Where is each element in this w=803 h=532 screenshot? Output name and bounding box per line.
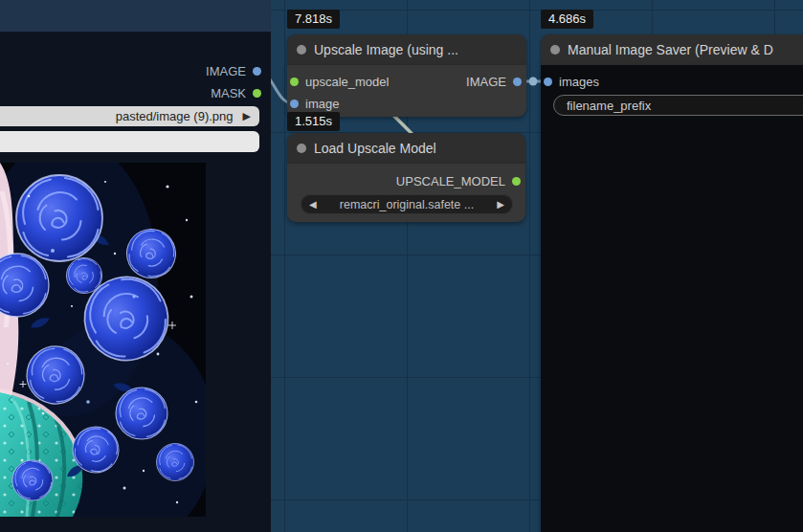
saver-timing-badge: 4.686s	[541, 10, 593, 29]
upscale-image-output-dot[interactable]	[513, 78, 522, 86]
image-input-slot[interactable]: image	[290, 95, 339, 112]
manual-image-saver-node-header[interactable]: Manual Image Saver (Preview & D	[541, 34, 803, 65]
manual-image-saver-node-body: images filename_prefix	[541, 65, 803, 532]
load-upscale-model-node[interactable]: Load Upscale Model UPSCALE_MODEL ◀ remac…	[287, 133, 525, 222]
upscale-model-output-dot[interactable]	[512, 177, 521, 186]
combo-next-icon[interactable]: ▶	[497, 200, 504, 210]
load-upscale-model-node-title: Load Upscale Model	[314, 141, 436, 156]
filename-prefix-label: filename_prefix	[567, 99, 651, 113]
image-filename-widget[interactable]: pasted/image (9).png ▶	[0, 106, 259, 126]
load-image-node-header[interactable]	[0, 0, 271, 33]
image-output-slot[interactable]: IMAGE	[206, 62, 261, 79]
filename-prefix-widget[interactable]: filename_prefix	[553, 95, 803, 116]
upscale-image-node-header[interactable]: Upscale Image (using ...	[287, 34, 526, 65]
image-preview	[0, 163, 206, 517]
load-upscale-model-node-body: UPSCALE_MODEL ◀ remacri_original.safete …	[287, 164, 525, 222]
mask-output-slot[interactable]: MASK	[211, 84, 261, 101]
upload-image-widget[interactable]	[0, 131, 259, 152]
image-output-label: IMAGE	[206, 64, 246, 78]
upscale-model-input-label: upscale_model	[305, 75, 389, 89]
upscale-model-input-dot[interactable]	[290, 78, 299, 86]
manual-image-saver-node[interactable]: Manual Image Saver (Preview & D images f…	[541, 34, 803, 532]
upscale-image-node-title: Upscale Image (using ...	[314, 42, 458, 57]
upscale-image-output-label: IMAGE	[466, 75, 506, 89]
image-filename-value: pasted/image (9).png	[116, 109, 234, 123]
load-image-node-body: IMAGE MASK pasted/image (9).png ▶	[0, 33, 271, 532]
upscale-model-output-slot[interactable]: UPSCALE_MODEL	[396, 172, 521, 189]
saver-preview-area	[541, 127, 803, 532]
mask-output-dot[interactable]	[253, 89, 261, 98]
blue-roses-artwork	[0, 163, 206, 517]
load-image-node[interactable]: IMAGE MASK pasted/image (9).png ▶	[0, 0, 271, 532]
combo-prev-icon[interactable]: ◀	[309, 200, 317, 210]
upscale-model-input-slot[interactable]: upscale_model	[290, 73, 389, 90]
load-upscale-model-node-header[interactable]: Load Upscale Model	[287, 133, 525, 164]
upscale-model-output-label: UPSCALE_MODEL	[396, 174, 505, 188]
images-input-dot[interactable]	[544, 78, 552, 86]
node-graph-canvas[interactable]: IMAGE MASK pasted/image (9).png ▶	[0, 0, 803, 532]
load-model-timing-badge: 1.515s	[287, 112, 340, 131]
mask-output-label: MASK	[211, 86, 246, 100]
manual-image-saver-node-title: Manual Image Saver (Preview & D	[568, 42, 773, 57]
image-input-label: image	[305, 97, 339, 111]
collapse-dot-icon[interactable]	[297, 45, 306, 55]
upscale-image-output-slot[interactable]: IMAGE	[466, 73, 522, 90]
link-midpoint-dot[interactable]	[529, 78, 538, 86]
upscale-image-node[interactable]: Upscale Image (using ... upscale_model i…	[287, 34, 526, 117]
image-output-dot[interactable]	[253, 67, 261, 76]
combo-next-icon[interactable]: ▶	[243, 111, 251, 122]
model-name-combo-widget[interactable]: ◀ remacri_original.safete ... ▶	[301, 194, 513, 214]
collapse-dot-icon[interactable]	[297, 144, 306, 153]
images-input-slot[interactable]: images	[544, 73, 599, 90]
image-input-dot[interactable]	[290, 100, 299, 108]
upscale-timing-badge: 7.818s	[287, 10, 340, 29]
model-name-value: remacri_original.safete ...	[317, 198, 498, 211]
images-input-label: images	[559, 75, 599, 89]
upscale-image-node-body: upscale_model image IMAGE	[287, 65, 526, 117]
collapse-dot-icon[interactable]	[550, 45, 560, 55]
